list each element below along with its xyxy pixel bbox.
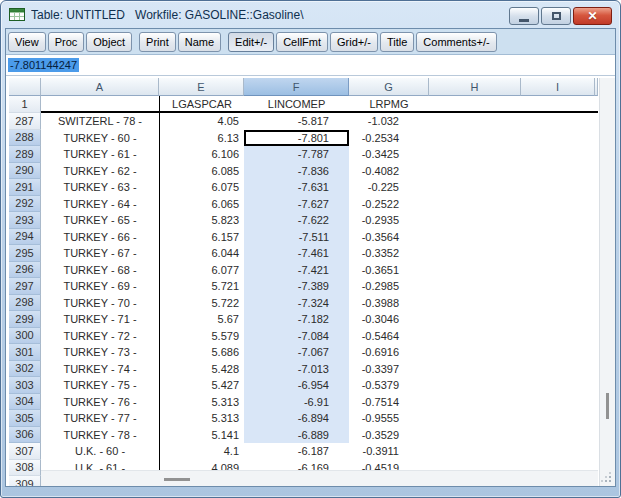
row-header-305[interactable]: 305 [9, 410, 41, 427]
cell-F-293[interactable]: -7.622 [244, 212, 349, 229]
close-button[interactable]: ✕ [573, 7, 612, 25]
cell-A-294[interactable]: TURKEY - 66 - [41, 229, 159, 246]
column-header-G[interactable]: G [349, 78, 429, 96]
cell-F-306[interactable]: -6.889 [244, 427, 349, 444]
row-header-294[interactable]: 294 [9, 229, 41, 246]
row-header-302[interactable]: 302 [9, 361, 41, 378]
cell-G-1[interactable]: LRPMG [349, 96, 429, 113]
cell-G-299[interactable]: -0.3046 [349, 311, 429, 328]
cell-G-294[interactable]: -0.3564 [349, 229, 429, 246]
cell-E-297[interactable]: 5.721 [159, 278, 244, 295]
cell-filler-289[interactable] [429, 146, 598, 163]
cell-F-298[interactable]: -7.324 [244, 295, 349, 312]
cell-G-300[interactable]: -0.5464 [349, 328, 429, 345]
toolbar-button-name[interactable]: Name [178, 32, 221, 52]
cell-A-305[interactable]: TURKEY - 77 - [41, 410, 159, 427]
cell-F-294[interactable]: -7.511 [244, 229, 349, 246]
cell-A-292[interactable]: TURKEY - 64 - [41, 196, 159, 213]
horizontal-scrollbar[interactable] [41, 470, 598, 486]
cell-F-290[interactable]: -7.836 [244, 163, 349, 180]
cell-filler-301[interactable] [429, 344, 598, 361]
cell-filler-299[interactable] [429, 311, 598, 328]
cell-F-303[interactable]: -6.954 [244, 377, 349, 394]
cell-E-305[interactable]: 5.313 [159, 410, 244, 427]
row-header-1[interactable]: 1 [9, 96, 41, 113]
cell-G-302[interactable]: -0.3397 [349, 361, 429, 378]
cell-filler-296[interactable] [429, 262, 598, 279]
cell-A-304[interactable]: TURKEY - 76 - [41, 394, 159, 411]
cell-A-306[interactable]: TURKEY - 78 - [41, 427, 159, 444]
cell-filler-300[interactable] [429, 328, 598, 345]
cell-G-291[interactable]: -0.225 [349, 179, 429, 196]
row-header-299[interactable]: 299 [9, 311, 41, 328]
cell-filler-306[interactable] [429, 427, 598, 444]
cell-E-295[interactable]: 6.044 [159, 245, 244, 262]
cell-edit-value[interactable]: -7.801144247 [8, 58, 79, 72]
row-header-287[interactable]: 287 [9, 113, 41, 130]
cell-A-1[interactable] [41, 96, 159, 113]
toolbar-button-edit[interactable]: Edit+/- [228, 32, 274, 52]
row-header-288[interactable]: 288 [9, 130, 41, 147]
cell-E-301[interactable]: 5.686 [159, 344, 244, 361]
cell-A-287[interactable]: SWITZERL - 78 - [41, 113, 159, 130]
minimize-button[interactable] [509, 7, 539, 25]
cell-filler-295[interactable] [429, 245, 598, 262]
cell-filler-293[interactable] [429, 212, 598, 229]
cell-G-290[interactable]: -0.4082 [349, 163, 429, 180]
cell-G-293[interactable]: -0.2935 [349, 212, 429, 229]
cell-A-300[interactable]: TURKEY - 72 - [41, 328, 159, 345]
cell-filler-303[interactable] [429, 377, 598, 394]
row-header-292[interactable]: 292 [9, 196, 41, 213]
cell-filler-304[interactable] [429, 394, 598, 411]
toolbar-button-proc[interactable]: Proc [48, 32, 85, 52]
cell-A-296[interactable]: TURKEY - 68 - [41, 262, 159, 279]
toolbar-button-grid[interactable]: Grid+/- [330, 32, 378, 52]
row-header-303[interactable]: 303 [9, 377, 41, 394]
cell-G-298[interactable]: -0.3988 [349, 295, 429, 312]
cell-G-288[interactable]: -0.2534 [349, 130, 429, 147]
row-header-297[interactable]: 297 [9, 278, 41, 295]
cell-edit-bar[interactable]: -7.801144247 [6, 55, 615, 76]
cell-F-301[interactable]: -7.067 [244, 344, 349, 361]
cell-F-292[interactable]: -7.627 [244, 196, 349, 213]
row-header-306[interactable]: 306 [9, 427, 41, 444]
cell-A-289[interactable]: TURKEY - 61 - [41, 146, 159, 163]
corner-cell[interactable] [9, 78, 41, 96]
cell-A-297[interactable]: TURKEY - 69 - [41, 278, 159, 295]
row-header-298[interactable]: 298 [9, 295, 41, 312]
cell-E-307[interactable]: 4.1 [159, 443, 244, 460]
cell-A-291[interactable]: TURKEY - 63 - [41, 179, 159, 196]
cell-filler-292[interactable] [429, 196, 598, 213]
cell-E-289[interactable]: 6.106 [159, 146, 244, 163]
cell-A-298[interactable]: TURKEY - 70 - [41, 295, 159, 312]
row-header-293[interactable]: 293 [9, 212, 41, 229]
column-header-F[interactable]: F [244, 78, 349, 96]
cell-F-288[interactable]: -7.801 [244, 130, 349, 147]
cell-G-287[interactable]: -1.032 [349, 113, 429, 130]
cell-A-301[interactable]: TURKEY - 73 - [41, 344, 159, 361]
cell-E-287[interactable]: 4.05 [159, 113, 244, 130]
row-header-307[interactable]: 307 [9, 443, 41, 460]
cell-filler-298[interactable] [429, 295, 598, 312]
row-header-295[interactable]: 295 [9, 245, 41, 262]
row-header-304[interactable]: 304 [9, 394, 41, 411]
restore-button[interactable] [541, 7, 571, 25]
cell-E-292[interactable]: 6.065 [159, 196, 244, 213]
cell-F-304[interactable]: -6.91 [244, 394, 349, 411]
cell-A-303[interactable]: TURKEY - 75 - [41, 377, 159, 394]
row-header-290[interactable]: 290 [9, 163, 41, 180]
cell-G-303[interactable]: -0.5379 [349, 377, 429, 394]
cell-E-299[interactable]: 5.67 [159, 311, 244, 328]
cell-filler-1[interactable] [429, 96, 598, 113]
cell-E-304[interactable]: 5.313 [159, 394, 244, 411]
cell-G-296[interactable]: -0.3651 [349, 262, 429, 279]
cell-filler-291[interactable] [429, 179, 598, 196]
cell-E-291[interactable]: 6.075 [159, 179, 244, 196]
toolbar-button-print[interactable]: Print [139, 32, 176, 52]
toolbar-button-cellfmt[interactable]: CellFmt [276, 32, 328, 52]
cell-G-307[interactable]: -0.3911 [349, 443, 429, 460]
row-header-301[interactable]: 301 [9, 344, 41, 361]
cell-A-293[interactable]: TURKEY - 65 - [41, 212, 159, 229]
cell-F-295[interactable]: -7.461 [244, 245, 349, 262]
cell-G-289[interactable]: -0.3425 [349, 146, 429, 163]
